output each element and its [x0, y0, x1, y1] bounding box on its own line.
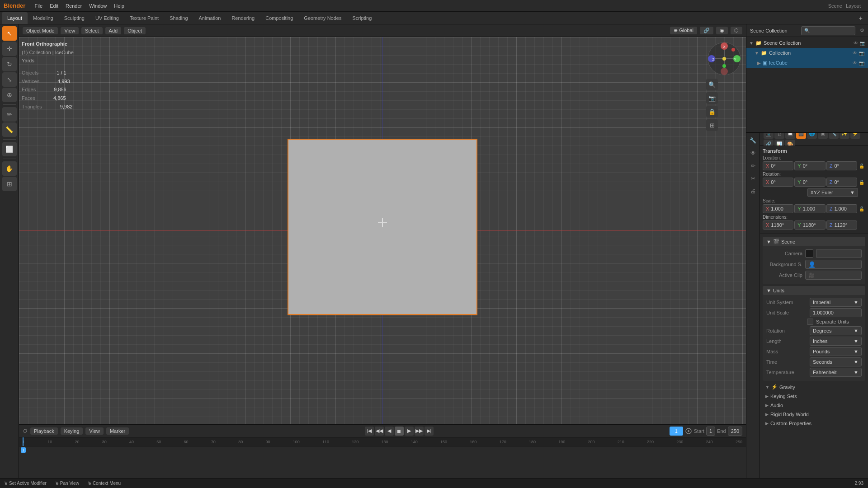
rot-y-field[interactable]: Y 0°	[794, 178, 825, 187]
tool-annotate[interactable]: ✏	[2, 107, 17, 122]
tool-move[interactable]: ✛	[2, 42, 17, 56]
tab-sculpting[interactable]: Sculpting	[59, 12, 90, 24]
playback-menu[interactable]: Playback	[30, 427, 58, 435]
active-clip-selector[interactable]: 🎥	[805, 271, 862, 280]
prop-icon-scene-active[interactable]: 🎬	[796, 133, 806, 139]
auto-key-icon[interactable]	[685, 427, 692, 435]
overlay-options[interactable]: ⬡	[731, 27, 742, 34]
tool-grab[interactable]: ✋	[2, 161, 17, 176]
tool-rotate[interactable]: ↻	[2, 57, 17, 71]
unit-system-value[interactable]: Imperial ▼	[810, 298, 862, 307]
tab-texture-paint[interactable]: Texture Paint	[124, 12, 164, 24]
zoom-in-button[interactable]: 🔍	[706, 79, 718, 90]
prop-icon-particles[interactable]: ✨	[840, 133, 849, 139]
temperature-value[interactable]: Fahrenheit ▼	[810, 368, 862, 377]
background-selector[interactable]: 👤	[805, 260, 862, 269]
tab-rendering[interactable]: Rendering	[226, 12, 260, 24]
outliner-filter-icon[interactable]: ⚙	[860, 28, 864, 33]
scale-z-field[interactable]: Z 1.000	[826, 204, 857, 213]
tab-uv-editing[interactable]: UV Editing	[90, 12, 124, 24]
add-workspace-button[interactable]: +	[855, 14, 866, 23]
loc-lock-icon[interactable]: 🔓	[858, 161, 865, 170]
view-timeline-menu[interactable]: View	[85, 427, 104, 435]
camera-color-swatch[interactable]	[805, 249, 813, 258]
view-menu[interactable]: View	[61, 27, 79, 34]
tool-measure[interactable]: 📏	[2, 122, 17, 137]
rotation-mode-selector[interactable]: XYZ Euler ▼	[807, 188, 859, 197]
lock-view-button[interactable]: 🔒	[706, 106, 718, 117]
rot-z-field[interactable]: Z 0°	[826, 178, 857, 187]
grid-button[interactable]: ⊞	[706, 119, 718, 131]
dim-y-field[interactable]: Y 1180°	[794, 221, 825, 230]
rot-lock-icon[interactable]: 🔓	[858, 178, 865, 187]
prop-tab-3dprint[interactable]: 🖨	[747, 185, 759, 197]
proportional-edit[interactable]: ◉	[716, 27, 728, 34]
custom-properties-header[interactable]: ▶ Custom Properties	[763, 419, 865, 427]
loc-x-field[interactable]: X 0°	[763, 161, 793, 170]
step-forward-button[interactable]: ▶▶	[415, 427, 424, 436]
dim-x-field[interactable]: X 1180°	[763, 221, 793, 230]
start-frame-field[interactable]: 1	[706, 427, 715, 436]
prop-icon-render[interactable]: 📷	[764, 133, 774, 139]
keying-menu[interactable]: Keying	[61, 427, 83, 435]
stop-button[interactable]: ⏹	[395, 427, 404, 436]
camera-selector[interactable]	[816, 249, 862, 258]
rigid-body-header[interactable]: ▶ Rigid Body World	[763, 410, 865, 418]
gravity-header[interactable]: ▼ ⚡ Gravity	[763, 383, 865, 391]
app-logo[interactable]: Blender	[4, 2, 25, 9]
tab-shading[interactable]: Shading	[164, 12, 193, 24]
outliner-scene-collection[interactable]: ▼ 📁 Scene Collection 👁 📷	[746, 38, 868, 48]
outliner-search[interactable]: 🔍	[801, 26, 855, 35]
menu-window[interactable]: Window	[85, 2, 110, 9]
prop-icon-modifier[interactable]: 🔧	[829, 133, 839, 139]
unit-scale-value[interactable]: 1.000000	[810, 308, 862, 317]
loc-y-field[interactable]: Y 0°	[794, 161, 825, 170]
camera-view-button[interactable]: 📷	[706, 92, 718, 104]
audio-header[interactable]: ▶ Audio	[763, 401, 865, 409]
outliner-collection[interactable]: ▼ 📁 Collection 👁 📷	[746, 48, 868, 58]
jump-to-end-button[interactable]: ▶|	[425, 427, 434, 436]
menu-edit[interactable]: Edit	[46, 2, 62, 9]
scene-render-icon[interactable]: 📷	[860, 41, 865, 46]
tab-compositing[interactable]: Compositing	[260, 12, 298, 24]
prop-tab-view2[interactable]: ✏	[747, 160, 759, 172]
prop-icon-physics[interactable]: ⚡	[850, 133, 860, 139]
collection-visibility[interactable]: 👁	[853, 51, 857, 56]
rot-x-field[interactable]: X 0°	[763, 178, 793, 187]
loc-z-field[interactable]: Z 0°	[826, 161, 857, 170]
prop-icon-world[interactable]: 🌐	[807, 133, 817, 139]
snap-options[interactable]: 🔗	[700, 27, 713, 34]
object-mode-selector[interactable]: Object Mode	[23, 27, 58, 34]
step-back-button[interactable]: ◀	[385, 427, 394, 436]
rotation-units-value[interactable]: Degrees ▼	[810, 326, 862, 335]
scale-lock-icon[interactable]: 🔓	[858, 204, 865, 213]
jump-to-start-button[interactable]: |◀	[365, 427, 374, 436]
tab-animation[interactable]: Animation	[193, 12, 226, 24]
keying-sets-header[interactable]: ▶ Keying Sets	[763, 392, 865, 400]
tab-geometry-nodes[interactable]: Geometry Nodes	[298, 12, 347, 24]
scene-section-header[interactable]: ▼ 🎬 Scene	[763, 237, 865, 246]
outliner-icecube[interactable]: ▶ ▣ IceCube 👁 📷	[746, 58, 868, 68]
tool-select[interactable]: ↖	[2, 26, 17, 41]
tool-transform[interactable]: ⊕	[2, 88, 17, 102]
play-button[interactable]: ▶	[405, 427, 414, 436]
prop-icon-output[interactable]: 🖨	[774, 133, 784, 139]
scale-x-field[interactable]: X 1.000	[763, 204, 793, 213]
jump-back-button[interactable]: ◀◀	[375, 427, 384, 436]
prop-tab-view[interactable]: 👁	[747, 147, 759, 159]
prop-icon-object[interactable]: ▣	[818, 133, 828, 139]
time-value[interactable]: Seconds ▼	[810, 357, 862, 366]
length-value[interactable]: Inches ▼	[810, 337, 862, 346]
collection-render[interactable]: 📷	[859, 51, 864, 56]
end-frame-field[interactable]: 250	[728, 427, 742, 436]
menu-file[interactable]: File	[31, 2, 46, 9]
tab-layout[interactable]: Layout	[2, 12, 28, 24]
prop-tab-tools[interactable]: 🔧	[747, 135, 759, 146]
menu-help[interactable]: Help	[110, 2, 128, 9]
prop-tab-edit[interactable]: ✂	[747, 173, 759, 184]
separate-units-checkbox[interactable]	[807, 319, 813, 325]
scale-y-field[interactable]: Y 1.000	[794, 204, 825, 213]
dim-z-field[interactable]: Z 1120°	[826, 221, 857, 230]
prop-icon-viewlayer[interactable]: 🔲	[785, 133, 795, 139]
icecube-visibility[interactable]: 👁	[853, 61, 857, 66]
